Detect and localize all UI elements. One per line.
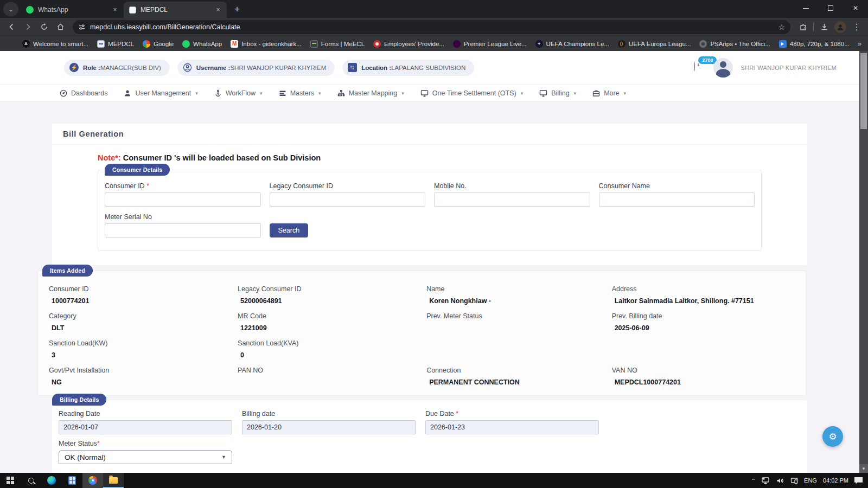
notification-clock[interactable]: 2700	[694, 62, 706, 74]
nav-ots[interactable]: One Time Settlement (OTS)▾	[420, 89, 523, 97]
nav-masters[interactable]: Masters▾	[279, 89, 321, 97]
folder-icon	[109, 477, 118, 484]
tray-chevron-icon[interactable]: ⌃	[751, 478, 756, 484]
new-tab-button[interactable]: +	[230, 2, 244, 16]
role-badge: ⚡ Role :MANAGER(SUB DIV)	[64, 60, 170, 76]
taskbar-chrome-button[interactable]	[82, 473, 103, 488]
address-bar[interactable]: mepdcl.ubs.ieasybill.com/BillGeneration/…	[73, 20, 790, 34]
extensions-icon[interactable]	[796, 20, 810, 34]
downloads-icon[interactable]	[817, 20, 831, 34]
bookmark-item[interactable]: PSArips • The Offici...	[695, 38, 774, 49]
screen: ⌄ WhatsApp × MEPDCL × + ✕	[0, 0, 868, 488]
bookmark-item[interactable]: Employees' Provide...	[369, 38, 448, 49]
close-tab-icon[interactable]: ×	[214, 5, 222, 14]
taskbar-search-button[interactable]	[21, 473, 41, 488]
browser-profile-avatar[interactable]	[834, 21, 846, 33]
bolt-icon: ⚡	[69, 63, 79, 72]
back-icon[interactable]	[4, 20, 18, 34]
taskbar-edge-button[interactable]	[41, 473, 62, 488]
tab-title: MEPDCL	[141, 6, 209, 14]
reading-date-input[interactable]	[59, 420, 232, 434]
due-date-input[interactable]	[425, 420, 599, 434]
site-info-icon[interactable]	[78, 23, 86, 31]
bookmark-star-icon[interactable]: ☆	[778, 23, 785, 31]
clock[interactable]: 04:02 PM	[823, 477, 848, 484]
consumer-name-input[interactable]	[599, 192, 755, 207]
home-icon[interactable]	[53, 20, 67, 34]
item-field: Prev. Billing date2025-06-09	[612, 312, 795, 332]
bookmark-item[interactable]: Forms | MeECL	[307, 38, 368, 49]
item-field: VAN NOMEPDCL1000774201	[612, 367, 795, 387]
maximize-button[interactable]	[818, 0, 843, 16]
action-center-icon[interactable]	[854, 477, 863, 484]
nav-billing[interactable]: Billing▾	[539, 89, 576, 97]
chevron-down-icon: ⌄	[8, 6, 13, 13]
tab-search-button[interactable]: ⌄	[3, 2, 18, 16]
taskbar-calculator-button[interactable]	[62, 473, 82, 488]
scrollbar-thumb[interactable]	[860, 53, 867, 129]
bookmark-item[interactable]: MEPDCL	[93, 38, 138, 49]
bookmarks-overflow-icon[interactable]: »	[854, 40, 865, 48]
forward-icon[interactable]	[21, 20, 35, 34]
nav-more[interactable]: More▾	[592, 89, 626, 97]
selected-option: OK (Normal)	[65, 453, 106, 461]
avatar[interactable]	[713, 58, 733, 78]
field-label: Due Date *	[425, 410, 599, 418]
close-window-button[interactable]: ✕	[843, 0, 868, 16]
nav-user-management[interactable]: User Management▾	[124, 89, 197, 97]
nav-dashboards[interactable]: Dashboards	[60, 89, 107, 97]
item-field: PAN NO	[238, 367, 419, 387]
field-label: Consumer ID *	[105, 182, 261, 190]
close-tab-icon[interactable]: ×	[111, 5, 119, 14]
meter-serial-input[interactable]	[105, 223, 261, 237]
minimize-button[interactable]	[793, 0, 818, 16]
consumer-details-section: Consumer Details Consumer ID * Legacy Co…	[98, 170, 762, 251]
device-icon[interactable]	[790, 477, 798, 484]
monitor-icon	[420, 89, 429, 97]
volume-icon[interactable]	[776, 477, 784, 484]
sitemap-icon	[337, 89, 345, 97]
apps-grid-icon[interactable]	[5, 40, 7, 48]
menu-dots-icon[interactable]: ⋮	[850, 20, 864, 34]
billing-date-input[interactable]	[242, 420, 416, 434]
bookmark-item[interactable]: MInbox - gideonkhark...	[227, 38, 305, 49]
bookmark-favicon	[143, 40, 150, 48]
chevron-down-icon: ▾	[318, 91, 321, 96]
search-button[interactable]: Search	[270, 223, 309, 237]
list-icon	[279, 89, 286, 97]
network-icon[interactable]	[762, 477, 770, 484]
scroll-down-arrow[interactable]: ▼	[859, 464, 868, 473]
consumer-id-input[interactable]	[105, 192, 261, 207]
bookmark-item[interactable]: Premier League Live...	[449, 38, 531, 49]
start-button[interactable]	[0, 473, 21, 488]
note: Note*: Consumer ID 's will be loaded bas…	[52, 145, 807, 162]
tab-mepdcl[interactable]: MEPDCL ×	[124, 2, 227, 18]
mobile-no-input[interactable]	[434, 192, 590, 207]
reload-icon[interactable]	[37, 20, 51, 34]
bookmark-item[interactable]: 480p, 720p, & 1080...	[775, 38, 853, 49]
bookmark-item[interactable]: AWelcome to smart...	[18, 38, 92, 49]
bookmark-item[interactable]: UEFA Europa Leagu...	[614, 38, 694, 49]
tab-whatsapp[interactable]: WhatsApp ×	[21, 2, 124, 18]
location-badge: Location :LAPALANG SUBDIVISION	[342, 60, 474, 76]
meter-serial-field: Meter Serial No	[105, 213, 261, 237]
chevron-down-icon: ▾	[521, 91, 524, 96]
legacy-consumer-id-input[interactable]	[270, 192, 426, 207]
nav-workflow[interactable]: WorkFlow▾	[214, 89, 263, 97]
due-date-field: Due Date *	[425, 410, 599, 434]
windows-icon	[7, 477, 14, 484]
page-title: Bill Generation	[52, 124, 807, 145]
chevron-down-icon: ▾	[260, 91, 263, 96]
bookmark-item[interactable]: ✦UEFA Champions Le...	[532, 38, 613, 49]
nav-master-mapping[interactable]: Master Mapping▾	[337, 89, 404, 97]
bookmark-favicon	[310, 40, 318, 48]
item-field: MR Code1221009	[238, 312, 419, 332]
language-indicator[interactable]: ENG	[804, 477, 817, 484]
scrollbar[interactable]: ▼	[859, 51, 868, 473]
taskbar-explorer-button[interactable]	[103, 473, 124, 488]
bookmark-item[interactable]: Google	[139, 38, 177, 49]
app-header: ⚡ Role :MANAGER(SUB DIV) Username :SHRI …	[0, 51, 859, 84]
settings-fab[interactable]: ⚙	[822, 426, 843, 447]
bookmark-item[interactable]: WhatsApp	[178, 38, 226, 49]
meter-status-select[interactable]: OK (Normal) ▼	[59, 450, 232, 464]
